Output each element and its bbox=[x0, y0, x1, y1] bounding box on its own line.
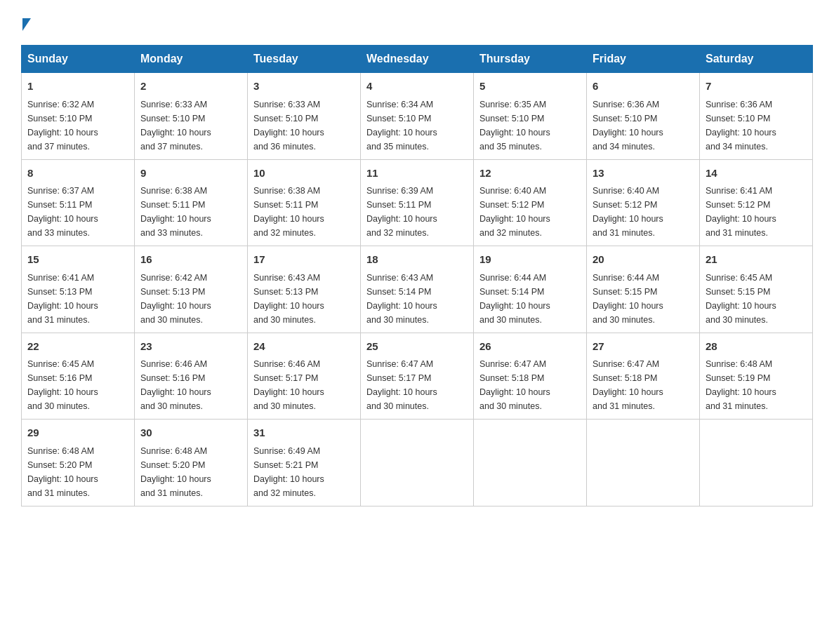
day-info: Sunrise: 6:40 AMSunset: 5:12 PMDaylight:… bbox=[479, 184, 581, 240]
day-number: 25 bbox=[366, 339, 468, 355]
day-number: 7 bbox=[706, 79, 807, 95]
calendar-table: SundayMondayTuesdayWednesdayThursdayFrid… bbox=[21, 45, 813, 507]
day-cell: 5 Sunrise: 6:35 AMSunset: 5:10 PMDayligh… bbox=[474, 73, 587, 160]
day-cell: 2 Sunrise: 6:33 AMSunset: 5:10 PMDayligh… bbox=[135, 73, 248, 160]
day-number: 19 bbox=[479, 252, 581, 268]
day-cell: 4 Sunrise: 6:34 AMSunset: 5:10 PMDayligh… bbox=[361, 73, 474, 160]
day-cell: 14 Sunrise: 6:41 AMSunset: 5:12 PMDaylig… bbox=[700, 159, 813, 246]
day-cell: 17 Sunrise: 6:43 AMSunset: 5:13 PMDaylig… bbox=[248, 246, 361, 333]
day-cell: 15 Sunrise: 6:41 AMSunset: 5:13 PMDaylig… bbox=[22, 246, 135, 333]
day-cell: 9 Sunrise: 6:38 AMSunset: 5:11 PMDayligh… bbox=[135, 159, 248, 246]
day-cell: 30 Sunrise: 6:48 AMSunset: 5:20 PMDaylig… bbox=[135, 420, 248, 507]
day-info: Sunrise: 6:48 AMSunset: 5:19 PMDaylight:… bbox=[706, 357, 807, 413]
day-cell bbox=[474, 420, 587, 507]
day-info: Sunrise: 6:42 AMSunset: 5:13 PMDaylight:… bbox=[140, 271, 241, 327]
day-info: Sunrise: 6:34 AMSunset: 5:10 PMDaylight:… bbox=[366, 98, 468, 154]
day-number: 27 bbox=[593, 339, 694, 355]
day-info: Sunrise: 6:49 AMSunset: 5:21 PMDaylight:… bbox=[253, 444, 355, 500]
week-row-2: 8 Sunrise: 6:37 AMSunset: 5:11 PMDayligh… bbox=[22, 159, 813, 246]
day-number: 24 bbox=[253, 339, 355, 355]
day-info: Sunrise: 6:47 AMSunset: 5:18 PMDaylight:… bbox=[479, 357, 581, 413]
day-number: 30 bbox=[140, 425, 241, 441]
day-number: 15 bbox=[27, 252, 128, 268]
day-number: 31 bbox=[253, 425, 355, 441]
day-info: Sunrise: 6:39 AMSunset: 5:11 PMDaylight:… bbox=[366, 184, 468, 240]
day-cell: 24 Sunrise: 6:46 AMSunset: 5:17 PMDaylig… bbox=[248, 333, 361, 420]
day-info: Sunrise: 6:40 AMSunset: 5:12 PMDaylight:… bbox=[593, 184, 694, 240]
week-row-4: 22 Sunrise: 6:45 AMSunset: 5:16 PMDaylig… bbox=[22, 333, 813, 420]
day-cell: 7 Sunrise: 6:36 AMSunset: 5:10 PMDayligh… bbox=[700, 73, 813, 160]
day-info: Sunrise: 6:44 AMSunset: 5:14 PMDaylight:… bbox=[479, 271, 581, 327]
day-number: 8 bbox=[27, 166, 128, 182]
week-row-5: 29 Sunrise: 6:48 AMSunset: 5:20 PMDaylig… bbox=[22, 420, 813, 507]
day-cell: 12 Sunrise: 6:40 AMSunset: 5:12 PMDaylig… bbox=[474, 159, 587, 246]
day-info: Sunrise: 6:45 AMSunset: 5:15 PMDaylight:… bbox=[706, 271, 807, 327]
day-cell: 20 Sunrise: 6:44 AMSunset: 5:15 PMDaylig… bbox=[587, 246, 700, 333]
day-cell: 21 Sunrise: 6:45 AMSunset: 5:15 PMDaylig… bbox=[700, 246, 813, 333]
day-info: Sunrise: 6:38 AMSunset: 5:11 PMDaylight:… bbox=[253, 184, 355, 240]
logo bbox=[21, 14, 31, 31]
day-cell: 10 Sunrise: 6:38 AMSunset: 5:11 PMDaylig… bbox=[248, 159, 361, 246]
day-number: 23 bbox=[140, 339, 241, 355]
week-row-1: 1 Sunrise: 6:32 AMSunset: 5:10 PMDayligh… bbox=[22, 73, 813, 160]
day-cell: 11 Sunrise: 6:39 AMSunset: 5:11 PMDaylig… bbox=[361, 159, 474, 246]
day-info: Sunrise: 6:37 AMSunset: 5:11 PMDaylight:… bbox=[27, 184, 128, 240]
page-header bbox=[21, 14, 813, 31]
day-info: Sunrise: 6:41 AMSunset: 5:12 PMDaylight:… bbox=[706, 184, 807, 240]
day-number: 29 bbox=[27, 425, 128, 441]
day-cell: 1 Sunrise: 6:32 AMSunset: 5:10 PMDayligh… bbox=[22, 73, 135, 160]
day-number: 5 bbox=[479, 79, 581, 95]
day-cell: 22 Sunrise: 6:45 AMSunset: 5:16 PMDaylig… bbox=[22, 333, 135, 420]
day-number: 16 bbox=[140, 252, 241, 268]
day-cell bbox=[700, 420, 813, 507]
day-number: 26 bbox=[479, 339, 581, 355]
day-number: 21 bbox=[706, 252, 807, 268]
day-cell: 3 Sunrise: 6:33 AMSunset: 5:10 PMDayligh… bbox=[248, 73, 361, 160]
weekday-header-saturday: Saturday bbox=[700, 46, 813, 73]
day-info: Sunrise: 6:33 AMSunset: 5:10 PMDaylight:… bbox=[253, 98, 355, 154]
weekday-header-friday: Friday bbox=[587, 46, 700, 73]
day-number: 20 bbox=[593, 252, 694, 268]
day-info: Sunrise: 6:48 AMSunset: 5:20 PMDaylight:… bbox=[27, 444, 128, 500]
day-number: 18 bbox=[366, 252, 468, 268]
day-info: Sunrise: 6:35 AMSunset: 5:10 PMDaylight:… bbox=[479, 98, 581, 154]
day-cell: 28 Sunrise: 6:48 AMSunset: 5:19 PMDaylig… bbox=[700, 333, 813, 420]
day-cell: 8 Sunrise: 6:37 AMSunset: 5:11 PMDayligh… bbox=[22, 159, 135, 246]
day-info: Sunrise: 6:46 AMSunset: 5:16 PMDaylight:… bbox=[140, 357, 241, 413]
day-number: 1 bbox=[27, 79, 128, 95]
weekday-header-row: SundayMondayTuesdayWednesdayThursdayFrid… bbox=[22, 46, 813, 73]
day-number: 3 bbox=[253, 79, 355, 95]
day-cell: 13 Sunrise: 6:40 AMSunset: 5:12 PMDaylig… bbox=[587, 159, 700, 246]
day-number: 14 bbox=[706, 166, 807, 182]
day-info: Sunrise: 6:44 AMSunset: 5:15 PMDaylight:… bbox=[593, 271, 694, 327]
day-cell: 16 Sunrise: 6:42 AMSunset: 5:13 PMDaylig… bbox=[135, 246, 248, 333]
day-info: Sunrise: 6:45 AMSunset: 5:16 PMDaylight:… bbox=[27, 357, 128, 413]
day-number: 9 bbox=[140, 166, 241, 182]
day-info: Sunrise: 6:33 AMSunset: 5:10 PMDaylight:… bbox=[140, 98, 241, 154]
weekday-header-tuesday: Tuesday bbox=[248, 46, 361, 73]
day-number: 10 bbox=[253, 166, 355, 182]
day-cell: 19 Sunrise: 6:44 AMSunset: 5:14 PMDaylig… bbox=[474, 246, 587, 333]
day-number: 2 bbox=[140, 79, 241, 95]
day-cell: 25 Sunrise: 6:47 AMSunset: 5:17 PMDaylig… bbox=[361, 333, 474, 420]
day-info: Sunrise: 6:43 AMSunset: 5:14 PMDaylight:… bbox=[366, 271, 468, 327]
day-info: Sunrise: 6:41 AMSunset: 5:13 PMDaylight:… bbox=[27, 271, 128, 327]
day-info: Sunrise: 6:36 AMSunset: 5:10 PMDaylight:… bbox=[593, 98, 694, 154]
day-cell: 27 Sunrise: 6:47 AMSunset: 5:18 PMDaylig… bbox=[587, 333, 700, 420]
day-info: Sunrise: 6:47 AMSunset: 5:17 PMDaylight:… bbox=[366, 357, 468, 413]
day-cell bbox=[361, 420, 474, 507]
day-number: 6 bbox=[593, 79, 694, 95]
day-number: 17 bbox=[253, 252, 355, 268]
day-number: 28 bbox=[706, 339, 807, 355]
day-number: 11 bbox=[366, 166, 468, 182]
day-info: Sunrise: 6:43 AMSunset: 5:13 PMDaylight:… bbox=[253, 271, 355, 327]
day-info: Sunrise: 6:48 AMSunset: 5:20 PMDaylight:… bbox=[140, 444, 241, 500]
weekday-header-wednesday: Wednesday bbox=[361, 46, 474, 73]
day-info: Sunrise: 6:47 AMSunset: 5:18 PMDaylight:… bbox=[593, 357, 694, 413]
day-cell bbox=[587, 420, 700, 507]
day-info: Sunrise: 6:38 AMSunset: 5:11 PMDaylight:… bbox=[140, 184, 241, 240]
day-info: Sunrise: 6:36 AMSunset: 5:10 PMDaylight:… bbox=[706, 98, 807, 154]
day-number: 13 bbox=[593, 166, 694, 182]
day-cell: 23 Sunrise: 6:46 AMSunset: 5:16 PMDaylig… bbox=[135, 333, 248, 420]
day-info: Sunrise: 6:46 AMSunset: 5:17 PMDaylight:… bbox=[253, 357, 355, 413]
